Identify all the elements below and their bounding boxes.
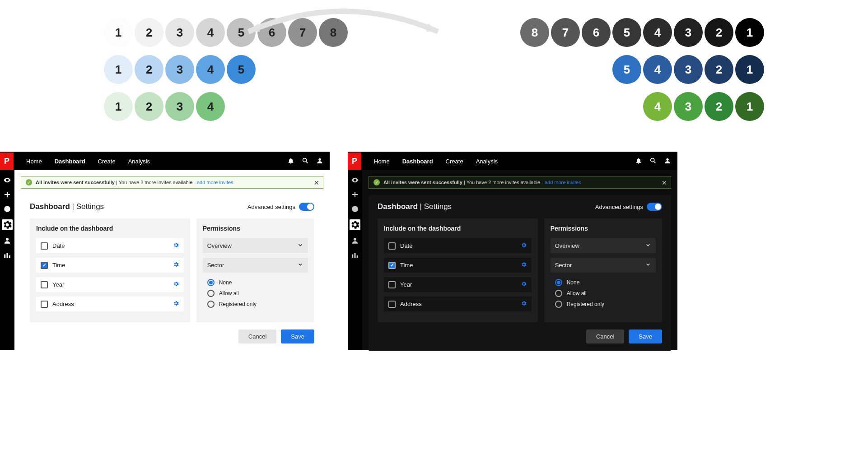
radio-none[interactable]: None [551, 277, 656, 288]
alert-text: All invites were sent successfully | You… [36, 180, 233, 185]
gear-icon[interactable] [521, 281, 527, 288]
gear-icon[interactable] [521, 242, 527, 250]
alert-link[interactable]: add more invites [197, 180, 233, 185]
svg-point-14 [666, 158, 668, 160]
advanced-label: Advanced settings [247, 204, 295, 210]
check-icon: ✓ [26, 179, 32, 186]
checkbox[interactable] [41, 242, 48, 250]
swatch: 1 [735, 18, 764, 47]
dropdown-sector[interactable]: Sector [551, 258, 656, 273]
radio-button[interactable] [555, 301, 562, 308]
sidebar-analytics-icon[interactable] [3, 251, 11, 259]
nav-item-dashboard[interactable]: Dashboard [55, 158, 85, 165]
radio-button[interactable] [555, 279, 562, 286]
sidebar-add-icon[interactable] [3, 190, 11, 199]
account-icon[interactable] [316, 157, 323, 166]
account-icon[interactable] [664, 157, 671, 166]
include-section: Include on the dashboardDateTimeYearAddr… [30, 218, 190, 322]
radio-button[interactable] [207, 301, 215, 308]
sidebar-analytics-icon[interactable] [351, 251, 359, 259]
radio-button[interactable] [207, 290, 215, 297]
sidebar-users-icon[interactable] [351, 237, 359, 245]
gear-icon[interactable] [173, 261, 179, 269]
alert-link[interactable]: add more invites [545, 180, 581, 185]
logo[interactable]: P [0, 153, 14, 170]
checkbox[interactable] [41, 301, 48, 308]
include-row-time: Time [384, 258, 532, 273]
dropdown-overview[interactable]: Overview [203, 238, 308, 253]
gear-icon[interactable] [521, 300, 527, 308]
swatch: 1 [104, 55, 133, 84]
nav-item-dashboard[interactable]: Dashboard [402, 158, 433, 165]
swatch: 3 [674, 18, 703, 47]
include-row-year: Year [36, 277, 184, 292]
checkbox[interactable] [388, 301, 396, 308]
nav-item-create[interactable]: Create [98, 158, 116, 165]
include-row-date: Date [36, 238, 184, 253]
sidebar-view-icon[interactable] [3, 176, 11, 184]
permissions-section: PermissionsOverviewSectorNoneAllow allRe… [196, 218, 314, 322]
nav-item-analysis[interactable]: Analysis [128, 158, 150, 165]
dropdown-sector[interactable]: Sector [203, 258, 308, 273]
gear-icon[interactable] [521, 261, 527, 269]
search-icon[interactable] [649, 157, 657, 166]
gear-icon[interactable] [173, 300, 179, 308]
top-icons [287, 157, 323, 166]
include-row-year: Year [384, 277, 532, 292]
close-icon[interactable]: ✕ [662, 179, 667, 186]
gear-icon[interactable] [173, 281, 179, 288]
swatch: 2 [135, 55, 163, 84]
radio-allow-all[interactable]: Allow all [203, 288, 308, 299]
radio-button[interactable] [207, 279, 215, 286]
cancel-button[interactable]: Cancel [238, 329, 276, 343]
dropdown-overview[interactable]: Overview [551, 238, 656, 253]
permissions-section: PermissionsOverviewSectorNoneAllow allRe… [544, 218, 662, 322]
sidebar-settings-icon[interactable] [350, 219, 360, 230]
sidebar-settings-icon[interactable] [2, 219, 13, 230]
radio-button[interactable] [555, 290, 562, 297]
svg-point-7 [4, 206, 10, 212]
nav-item-home[interactable]: Home [26, 158, 42, 165]
radio-none[interactable]: None [203, 277, 308, 288]
advanced-label: Advanced settings [595, 204, 643, 210]
notifications-icon[interactable] [287, 157, 294, 166]
advanced-toggle[interactable] [299, 203, 314, 211]
advanced-toggle[interactable] [647, 203, 662, 211]
close-icon[interactable]: ✕ [314, 179, 319, 186]
checkbox[interactable] [41, 281, 48, 288]
nav-item-create[interactable]: Create [446, 158, 463, 165]
radio-registered-only[interactable]: Registered only [551, 299, 656, 310]
nav-item-analysis[interactable]: Analysis [476, 158, 498, 165]
svg-point-18 [354, 238, 356, 241]
checkbox[interactable] [388, 242, 396, 250]
blue-dark-swatches: 54321 [612, 55, 764, 84]
checkbox[interactable] [41, 262, 48, 269]
notifications-icon[interactable] [635, 157, 642, 166]
radio-allow-all[interactable]: Allow all [551, 288, 656, 299]
cancel-button[interactable]: Cancel [586, 329, 624, 343]
search-icon[interactable] [302, 157, 309, 166]
dropdown-label: Sector [207, 262, 224, 269]
save-button[interactable]: Save [629, 329, 662, 343]
swatch: 4 [643, 92, 672, 121]
checkbox[interactable] [388, 262, 396, 269]
swatch: 2 [705, 92, 733, 121]
sidebar-view-icon[interactable] [351, 176, 359, 184]
radio-registered-only[interactable]: Registered only [203, 299, 308, 310]
sidebar-globe-icon[interactable] [3, 205, 11, 213]
dropdown-label: Overview [207, 242, 232, 249]
nav-item-home[interactable]: Home [374, 158, 390, 165]
content: ✓All invites were sent successfully | Yo… [14, 170, 330, 350]
gear-icon[interactable] [173, 242, 179, 250]
topbar: HomeDashboardCreateAnalysis [0, 153, 330, 170]
logo[interactable]: P [348, 153, 361, 170]
swatch: 1 [735, 92, 764, 121]
save-button[interactable]: Save [281, 329, 314, 343]
checkbox[interactable] [388, 281, 396, 288]
svg-marker-0 [248, 23, 260, 32]
swatch: 6 [582, 18, 611, 47]
include-label: Date [400, 242, 412, 249]
sidebar-users-icon[interactable] [3, 237, 11, 245]
sidebar-add-icon[interactable] [351, 190, 359, 199]
sidebar-globe-icon[interactable] [351, 205, 359, 213]
